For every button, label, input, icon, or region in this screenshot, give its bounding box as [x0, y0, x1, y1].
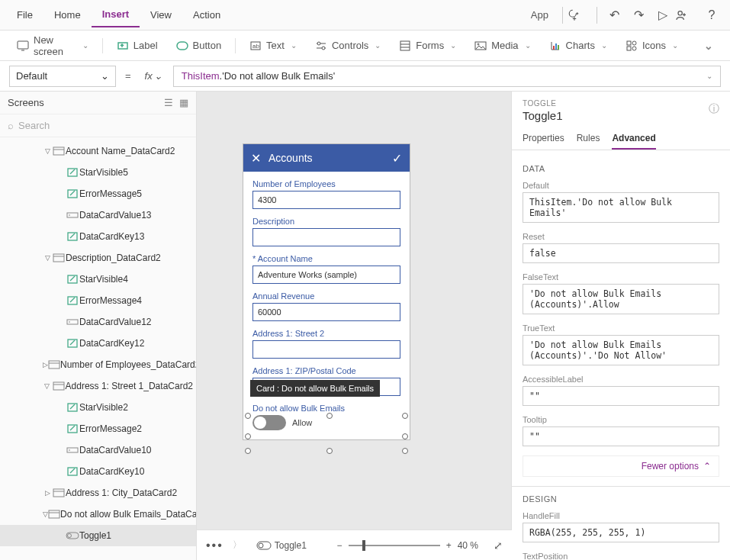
toggle-state-label: Allow: [292, 418, 312, 427]
tree-item[interactable]: DataCardValue10: [0, 439, 196, 461]
employees-input[interactable]: [252, 191, 400, 209]
submit-icon[interactable]: ✓: [392, 151, 402, 166]
breadcrumb-item[interactable]: Toggle1: [251, 538, 312, 553]
zoom-out[interactable]: −: [337, 540, 342, 551]
button-button[interactable]: Button: [169, 37, 230, 55]
edit-icon: [66, 166, 79, 179]
tree-item[interactable]: DataCardValue12: [0, 311, 196, 333]
tree-item[interactable]: ▽Description_DataCard2: [0, 247, 196, 269]
menu-action[interactable]: Action: [182, 3, 231, 27]
tree-item[interactable]: DataCardKey10: [0, 461, 196, 482]
canvas[interactable]: ✕ Accounts ✓ Number of Employees Descrip…: [197, 92, 512, 560]
tab-properties[interactable]: Properties: [523, 128, 564, 150]
icons-dropdown[interactable]: Icons⌄: [618, 37, 686, 55]
checker-icon[interactable]: [568, 8, 592, 22]
menu-view[interactable]: View: [140, 3, 182, 27]
svg-rect-38: [257, 542, 271, 549]
new-screen-button[interactable]: New screen⌄: [9, 31, 96, 60]
svg-text:ab: ab: [252, 43, 259, 50]
tree-item[interactable]: ErrorMessage5: [0, 183, 196, 204]
toggle-icon: [66, 529, 79, 542]
menu-app[interactable]: App: [522, 9, 558, 21]
text-dropdown[interactable]: ab Text⌄: [242, 37, 304, 55]
svg-point-17: [632, 47, 636, 50]
zoom-in[interactable]: +: [446, 540, 452, 551]
tree-item[interactable]: ▽Do not allow Bulk Emails_DataCard2: [0, 504, 196, 525]
description-input[interactable]: [252, 228, 400, 246]
undo-icon[interactable]: ↶: [602, 8, 626, 22]
field-label: Number of Employees: [252, 179, 400, 188]
prop-label: TextPosition: [523, 552, 719, 560]
media-icon: [474, 40, 487, 52]
input-icon: [66, 444, 79, 456]
control-name: Toggle1: [523, 109, 719, 122]
tree-item[interactable]: DataCardValue13: [0, 204, 196, 226]
help-icon[interactable]: ?: [699, 8, 724, 22]
default-value[interactable]: ThisItem.'Do not allow Bulk Emails': [523, 192, 719, 223]
card-icon: [48, 359, 60, 371]
tree-list-view-icon[interactable]: ☰: [164, 97, 173, 108]
tooltip-value[interactable]: "": [523, 426, 719, 446]
tree-item[interactable]: ▽Account Name_DataCard2: [0, 140, 196, 162]
charts-dropdown[interactable]: Charts⌄: [542, 37, 615, 55]
controls-dropdown[interactable]: Controls⌄: [307, 37, 388, 55]
revenue-input[interactable]: [252, 303, 400, 321]
media-dropdown[interactable]: Media⌄: [467, 37, 538, 55]
svg-point-15: [632, 41, 636, 45]
label-icon: [117, 40, 129, 52]
tree-item[interactable]: DataCardKey13: [0, 226, 196, 247]
label-button[interactable]: Label: [109, 37, 166, 55]
tree-item[interactable]: StarVisible2: [0, 397, 196, 418]
tree-search[interactable]: ⌕ Search: [0, 114, 196, 137]
menu-file[interactable]: File: [6, 3, 43, 27]
card-icon: [52, 145, 66, 157]
fewer-options-button[interactable]: Fewer options⌃: [523, 455, 719, 477]
truetext-value[interactable]: 'Do not allow Bulk Emails (Accounts)'.'D…: [523, 335, 719, 365]
ribbon-more[interactable]: ⌄: [695, 37, 721, 55]
handlefill-value[interactable]: RGBA(255, 255, 255, 1): [523, 523, 719, 542]
tree-item[interactable]: StarVisible4: [0, 269, 196, 290]
svg-rect-11: [553, 46, 555, 50]
svg-rect-31: [68, 425, 77, 433]
street2-input[interactable]: [252, 340, 400, 359]
property-selector[interactable]: Default⌄: [9, 66, 116, 87]
tree-item[interactable]: StarVisible5: [0, 162, 196, 183]
zoom-slider[interactable]: [349, 545, 440, 546]
menu-insert[interactable]: Insert: [92, 2, 140, 27]
share-icon[interactable]: [675, 9, 699, 21]
close-icon[interactable]: ✕: [251, 151, 261, 166]
svg-point-6: [317, 42, 320, 45]
tree-item[interactable]: ErrorMessage4: [0, 290, 196, 311]
reset-value[interactable]: false: [523, 243, 719, 263]
field-label: Annual Revenue: [252, 291, 400, 301]
accessiblelabel-value[interactable]: "": [523, 386, 719, 406]
breadcrumb-more[interactable]: •••: [206, 539, 224, 552]
formula-input[interactable]: ThisItem.'Do not allow Bulk Emails' ⌄: [173, 66, 721, 87]
menu-bar: File Home Insert View Action App ↶ ↷ ▷ ?: [0, 0, 730, 31]
svg-rect-22: [68, 233, 77, 240]
fx-label[interactable]: fx⌄: [140, 70, 167, 82]
panel-help-icon[interactable]: ⓘ: [709, 102, 719, 116]
tree-item[interactable]: Toggle1: [0, 525, 196, 546]
menu-home[interactable]: Home: [43, 3, 92, 27]
account-name-input[interactable]: [252, 266, 400, 284]
redo-icon[interactable]: ↷: [626, 8, 651, 22]
tree-item[interactable]: ▽Address 1: Street 1_DataCard2: [0, 375, 196, 397]
expand-icon[interactable]: ⤢: [494, 539, 503, 552]
search-icon: ⌕: [8, 120, 14, 131]
tab-advanced[interactable]: Advanced: [612, 128, 655, 150]
bulk-email-toggle[interactable]: [252, 415, 286, 430]
svg-rect-8: [400, 41, 410, 50]
svg-rect-27: [68, 340, 77, 347]
play-icon[interactable]: ▷: [651, 8, 675, 22]
tree-item[interactable]: DataCardKey12: [0, 333, 196, 354]
tree-grid-view-icon[interactable]: ▦: [179, 97, 188, 108]
tree-item[interactable]: ▷Number of Employees_DataCard2: [0, 354, 196, 375]
edit-icon: [66, 230, 79, 243]
falsetext-value[interactable]: 'Do not allow Bulk Emails (Accounts)'.Al…: [523, 284, 719, 314]
tree-item[interactable]: ▷Address 1: City_DataCard2: [0, 482, 196, 504]
tree-item[interactable]: ErrorMessage2: [0, 418, 196, 439]
forms-dropdown[interactable]: Forms⌄: [391, 37, 464, 55]
tab-rules[interactable]: Rules: [577, 128, 600, 150]
prop-label: HandleFill: [523, 511, 719, 520]
